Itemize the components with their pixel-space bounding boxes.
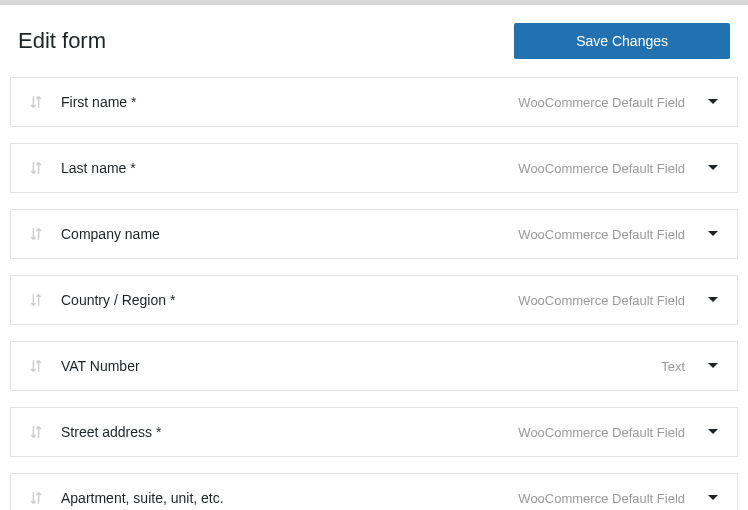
chevron-down-icon [707, 426, 719, 438]
panel-header: Edit form Save Changes [8, 23, 740, 77]
edit-form-panel: Edit form Save Changes First name * WooC… [0, 5, 748, 510]
field-label: Country / Region * [61, 292, 518, 308]
field-label: First name * [61, 94, 518, 110]
chevron-down-icon [707, 492, 719, 504]
field-label: Last name * [61, 160, 518, 176]
field-label: Company name [61, 226, 518, 242]
chevron-down-icon [707, 162, 719, 174]
field-type-label: WooCommerce Default Field [518, 425, 685, 440]
field-type-label: WooCommerce Default Field [518, 293, 685, 308]
drag-handle-icon[interactable] [29, 227, 43, 241]
drag-handle-icon[interactable] [29, 293, 43, 307]
page-title: Edit form [18, 28, 106, 54]
chevron-down-icon [707, 228, 719, 240]
field-row-country[interactable]: Country / Region * WooCommerce Default F… [10, 275, 738, 325]
drag-handle-icon[interactable] [29, 161, 43, 175]
chevron-down-icon [707, 360, 719, 372]
chevron-down-icon [707, 96, 719, 108]
drag-handle-icon[interactable] [29, 359, 43, 373]
drag-handle-icon[interactable] [29, 95, 43, 109]
field-row-vat-number[interactable]: VAT Number Text [10, 341, 738, 391]
field-type-label: Text [661, 359, 685, 374]
field-label: Street address * [61, 424, 518, 440]
field-label: Apartment, suite, unit, etc. [61, 490, 518, 506]
field-row-first-name[interactable]: First name * WooCommerce Default Field [10, 77, 738, 127]
save-button[interactable]: Save Changes [514, 23, 730, 59]
field-row-company-name[interactable]: Company name WooCommerce Default Field [10, 209, 738, 259]
field-type-label: WooCommerce Default Field [518, 161, 685, 176]
field-type-label: WooCommerce Default Field [518, 227, 685, 242]
field-list: First name * WooCommerce Default Field L… [8, 77, 740, 510]
field-row-apartment[interactable]: Apartment, suite, unit, etc. WooCommerce… [10, 473, 738, 510]
field-row-street-address[interactable]: Street address * WooCommerce Default Fie… [10, 407, 738, 457]
field-label: VAT Number [61, 358, 661, 374]
field-type-label: WooCommerce Default Field [518, 95, 685, 110]
field-row-last-name[interactable]: Last name * WooCommerce Default Field [10, 143, 738, 193]
chevron-down-icon [707, 294, 719, 306]
drag-handle-icon[interactable] [29, 491, 43, 505]
drag-handle-icon[interactable] [29, 425, 43, 439]
field-type-label: WooCommerce Default Field [518, 491, 685, 506]
